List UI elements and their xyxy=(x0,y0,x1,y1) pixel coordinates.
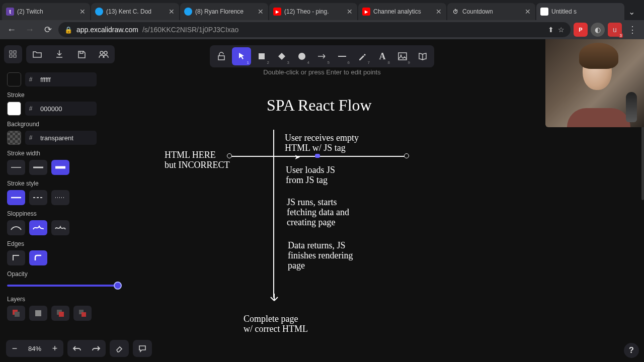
clock-icon: ⏱ xyxy=(451,8,459,16)
eraser-icon xyxy=(115,344,123,352)
zoom-value[interactable]: 84% xyxy=(23,345,46,352)
browser-tab[interactable]: (13) Kent C. Dod ✕ xyxy=(91,3,179,20)
left-annotation-1: HTML HERE xyxy=(165,150,216,161)
browser-tab[interactable]: (8) Ryan Florence ✕ xyxy=(180,3,268,20)
tab-label: (2) Twitch xyxy=(17,8,76,15)
lock-icon: 🔒 xyxy=(64,26,72,34)
step4-line1: Data returns, JS xyxy=(288,240,345,251)
browser-tab[interactable]: t (2) Twitch ✕ xyxy=(2,3,90,20)
reload-button[interactable]: ⟳ xyxy=(40,22,55,37)
bookmark-icon[interactable]: ☆ xyxy=(558,26,565,34)
drawing-title: SPA React Flow xyxy=(267,96,372,115)
twitter-icon xyxy=(184,8,192,16)
youtube-icon: ▶ xyxy=(362,8,370,16)
step1-line2: HTML w/ JS tag xyxy=(285,143,346,154)
line-midpoint-handle[interactable] xyxy=(315,154,320,158)
step4-line2: finishes rendering xyxy=(288,250,353,261)
twitter-icon xyxy=(95,8,103,16)
browser-tab[interactable]: ⏱ Countdown ✕ xyxy=(447,3,535,20)
extension-badge: 3 xyxy=(619,33,623,38)
close-icon[interactable]: ✕ xyxy=(435,8,442,15)
zoom-out-button[interactable]: − xyxy=(6,340,23,357)
help-button[interactable]: ? xyxy=(624,343,639,358)
chat-button[interactable] xyxy=(133,340,152,357)
webcam-overlay xyxy=(545,39,644,127)
tab-label: Countdown xyxy=(462,8,521,15)
left-annotation-2: but INCORRECT xyxy=(165,160,230,171)
close-icon[interactable]: ✕ xyxy=(346,8,353,15)
bottom-bar: − 84% + xyxy=(6,340,152,357)
step4-line3: page xyxy=(288,260,305,272)
step3-line1: JS runs, starts xyxy=(287,197,337,208)
line-endpoint[interactable] xyxy=(227,153,232,158)
forward-button[interactable]: → xyxy=(22,22,37,37)
step2-line2: from JS tag xyxy=(286,175,328,186)
close-icon[interactable]: ✕ xyxy=(257,8,264,15)
done-line1: Complete page xyxy=(244,314,298,325)
extension-icon[interactable]: u3 xyxy=(608,23,622,37)
url-host: app.excalidraw.com xyxy=(76,26,138,34)
share-icon[interactable]: ⬆ xyxy=(548,26,554,34)
undo-button[interactable] xyxy=(67,340,87,357)
step2-line1: User loads JS xyxy=(286,165,335,176)
extension-icon[interactable]: ◐ xyxy=(591,23,605,37)
tab-label: (12) Theo - ping. xyxy=(284,8,343,15)
excalidraw-app: 1 2 3 4 5 6 7 A8 9 Double-click or press… xyxy=(0,39,644,362)
tabs-dropdown-button[interactable]: ⌄ xyxy=(625,3,637,20)
tab-label: Untitled s xyxy=(551,8,620,15)
tab-label: (8) Ryan Florence xyxy=(195,8,254,15)
vertical-arrow-line xyxy=(273,130,274,298)
undo-icon xyxy=(72,345,82,352)
url-path: /s/160KKC2NISR/1j0PJ3CIxao xyxy=(142,26,238,34)
close-icon[interactable]: ✕ xyxy=(524,8,531,15)
zoom-in-button[interactable]: + xyxy=(46,340,63,357)
cursor-icon: ➤ xyxy=(294,153,300,161)
browser-nav-bar: ← → ⟳ 🔒 app.excalidraw.com/s/160KKC2NISR… xyxy=(0,20,644,39)
redo-icon xyxy=(92,345,101,352)
line-endpoint[interactable] xyxy=(404,153,409,158)
tab-label: Channel analytics xyxy=(373,8,432,15)
browser-tab[interactable]: ▶ (12) Theo - ping. ✕ xyxy=(269,3,357,20)
kebab-menu-icon[interactable]: ⋮ xyxy=(625,22,640,37)
tab-label: (13) Kent C. Dod xyxy=(106,8,165,15)
step3-line3: creating page xyxy=(287,217,335,228)
browser-tab[interactable]: ▶ Channel analytics ✕ xyxy=(358,3,446,20)
zoom-control: − 84% + xyxy=(6,340,63,357)
browser-tab-active[interactable]: Untitled s xyxy=(536,3,624,20)
excalidraw-icon xyxy=(540,8,548,16)
back-button[interactable]: ← xyxy=(4,22,19,37)
step1-line1: User receives empty xyxy=(285,133,359,144)
close-icon[interactable]: ✕ xyxy=(168,8,175,15)
eraser-button[interactable] xyxy=(110,340,129,357)
close-icon[interactable]: ✕ xyxy=(79,8,86,15)
chat-icon xyxy=(138,345,146,352)
redo-button[interactable] xyxy=(87,340,106,357)
address-bar[interactable]: 🔒 app.excalidraw.com/s/160KKC2NISR/1j0PJ… xyxy=(58,22,571,37)
step3-line2: fetching data and xyxy=(287,207,349,218)
youtube-icon: ▶ xyxy=(273,8,281,16)
microphone-icon xyxy=(626,92,637,122)
browser-tab-strip: t (2) Twitch ✕ (13) Kent C. Dod ✕ (8) Ry… xyxy=(0,0,644,20)
arrowhead-down-icon xyxy=(269,294,280,305)
extension-icon[interactable]: P xyxy=(574,23,588,37)
twitch-icon: t xyxy=(6,8,14,16)
done-line2: w/ correct HTML xyxy=(244,324,308,335)
